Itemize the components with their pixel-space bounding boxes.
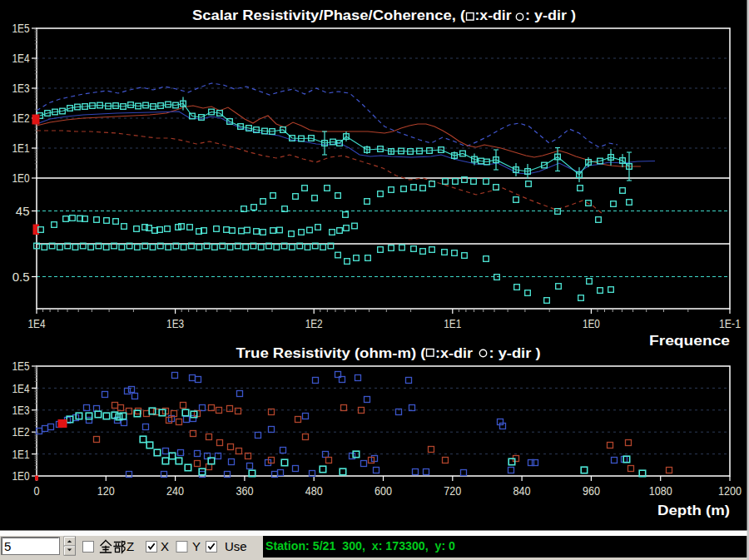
- svg-text:1E5: 1E5: [12, 21, 30, 35]
- svg-text:1E2: 1E2: [12, 111, 30, 125]
- svg-text:Scalar Resistivity/Phase/Coher: Scalar Resistivity/Phase/Coherence, (: [192, 8, 466, 22]
- svg-text:0.5: 0.5: [12, 270, 30, 284]
- svg-text:1E4: 1E4: [12, 381, 30, 395]
- svg-text:Z: Z: [126, 539, 134, 553]
- svg-text:1200: 1200: [718, 483, 742, 498]
- svg-text:1E0: 1E0: [12, 171, 30, 185]
- svg-text:120: 120: [97, 483, 115, 498]
- svg-text:1E2: 1E2: [305, 316, 323, 330]
- svg-text:45: 45: [16, 204, 30, 218]
- svg-text:600: 600: [374, 483, 392, 498]
- svg-text:720: 720: [444, 483, 461, 498]
- svg-text:1080: 1080: [649, 483, 672, 498]
- svg-text:1E3: 1E3: [166, 316, 184, 330]
- svg-text:True Resistivity (ohm-m) (: True Resistivity (ohm-m) (: [236, 346, 427, 360]
- svg-text:840: 840: [513, 483, 531, 498]
- svg-text:5: 5: [4, 539, 11, 553]
- svg-text:Depth (m): Depth (m): [657, 503, 730, 518]
- svg-text:Frequence: Frequence: [649, 334, 730, 348]
- svg-text:1E0: 1E0: [583, 316, 600, 330]
- svg-text:1E4: 1E4: [12, 51, 30, 65]
- svg-text:1E3: 1E3: [12, 403, 30, 417]
- svg-text:Use: Use: [225, 539, 247, 553]
- svg-text:Y: Y: [192, 539, 201, 553]
- svg-text::x-dir: :x-dir: [435, 346, 473, 360]
- svg-text:: y-dir ): : y-dir ): [489, 346, 541, 360]
- svg-text:1E4: 1E4: [28, 316, 46, 330]
- svg-text:0: 0: [34, 483, 40, 498]
- svg-text::x-dir: :x-dir: [475, 8, 512, 22]
- svg-text:X: X: [161, 539, 169, 553]
- svg-text:1E3: 1E3: [12, 81, 30, 95]
- svg-text:: y-dir ): : y-dir ): [525, 8, 576, 22]
- svg-text:240: 240: [166, 483, 184, 498]
- svg-text:1E2: 1E2: [12, 424, 30, 439]
- svg-text:1E1: 1E1: [12, 447, 30, 461]
- svg-text:1E1: 1E1: [444, 316, 461, 330]
- svg-text:Station: 5/21 300, x: 173300: Station: 5/21 300, x: 173300, y: 0: [265, 538, 455, 553]
- svg-text:1E0: 1E0: [12, 468, 30, 483]
- svg-text:1E-1: 1E-1: [719, 316, 741, 330]
- svg-text:1E5: 1E5: [12, 359, 30, 373]
- svg-text:960: 960: [583, 483, 600, 498]
- svg-text:1E1: 1E1: [12, 141, 30, 155]
- svg-text:360: 360: [236, 483, 253, 498]
- svg-text:480: 480: [305, 483, 323, 498]
